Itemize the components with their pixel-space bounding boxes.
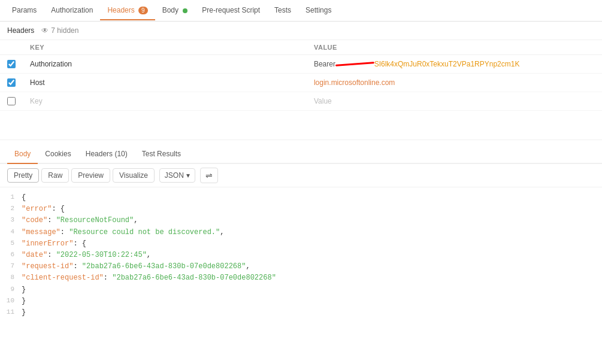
code-line: 11} xyxy=(0,307,602,318)
headers-badge: 9 xyxy=(138,7,148,14)
tab-settings[interactable]: Settings xyxy=(298,1,338,20)
wrap-button[interactable]: ⇌ xyxy=(200,168,218,183)
row-3-value[interactable]: Value xyxy=(307,92,602,111)
col-value-header: VALUE xyxy=(307,40,602,55)
row-2-checkbox[interactable] xyxy=(7,78,16,87)
line-content: } xyxy=(22,284,597,296)
code-token: "code" xyxy=(22,216,47,225)
tab-authorization[interactable]: Authorization xyxy=(44,1,100,20)
bottom-tabs-bar: Body Cookies Headers (10) Test Results xyxy=(0,145,602,164)
line-number: 2 xyxy=(5,204,22,214)
col-key-header: KEY xyxy=(23,40,307,55)
tab-body[interactable]: Body xyxy=(155,1,195,20)
code-line: 3 "code": "ResourceNotFound", xyxy=(0,215,602,226)
pretty-button[interactable]: Pretty xyxy=(7,168,39,183)
code-token: "2bab27a6-6be6-43ad-830b-07e0de802268" xyxy=(82,262,246,271)
code-token: : xyxy=(104,274,112,282)
code-token: "message" xyxy=(22,228,60,236)
row-2-check-cell xyxy=(0,74,23,92)
headers-table: KEY VALUE Authorization Bearer xyxy=(0,40,602,111)
code-token: "2022-05-30T10:22:45" xyxy=(56,251,147,259)
row-2-value: login.microsoftonline.com xyxy=(307,74,602,92)
code-toolbar: Pretty Raw Preview Visualize JSON ▾ ⇌ xyxy=(0,164,602,187)
row-3-key[interactable]: Key xyxy=(23,92,307,111)
tab-response-headers[interactable]: Headers (10) xyxy=(78,145,135,164)
visualize-button[interactable]: Visualize xyxy=(113,168,155,183)
code-token: "error" xyxy=(22,205,52,213)
code-token: "client-request-id" xyxy=(22,274,104,282)
line-number: 3 xyxy=(5,215,22,226)
code-token: : { xyxy=(52,205,65,213)
chevron-down-icon: ▾ xyxy=(186,171,190,180)
row-1-check-cell xyxy=(0,55,23,74)
code-line: 1{ xyxy=(0,192,602,204)
line-content: } xyxy=(22,296,597,307)
code-line: 6 "date": "2022-05-30T10:22:45", xyxy=(0,250,602,261)
line-number: 7 xyxy=(5,261,22,272)
top-tabs-bar: Params Authorization Headers 9 Body Pre-… xyxy=(0,0,602,22)
line-number: 10 xyxy=(5,296,22,307)
code-line: 7 "request-id": "2bab27a6-6be6-43ad-830b… xyxy=(0,261,602,272)
code-token: , xyxy=(147,251,151,259)
line-content: { xyxy=(22,192,597,204)
tab-params[interactable]: Params xyxy=(5,1,44,20)
line-content: "code": "ResourceNotFound", xyxy=(22,215,597,226)
row-1-key: Authorization xyxy=(23,55,307,74)
line-number: 9 xyxy=(5,284,22,295)
code-line: 10 } xyxy=(0,296,602,307)
raw-button[interactable]: Raw xyxy=(41,168,69,183)
code-line: 9 } xyxy=(0,284,602,296)
tab-headers[interactable]: Headers 9 xyxy=(100,1,155,20)
line-number: 11 xyxy=(5,307,22,318)
wrap-icon: ⇌ xyxy=(205,171,213,180)
code-token: : xyxy=(47,216,56,225)
code-token: : xyxy=(60,228,69,236)
row-3-check-cell xyxy=(0,92,23,111)
line-number: 1 xyxy=(5,192,22,203)
code-token: } xyxy=(22,297,26,305)
code-token: "date" xyxy=(22,251,47,259)
bottom-section: Body Cookies Headers (10) Test Results P… xyxy=(0,145,602,323)
code-token: : xyxy=(47,251,56,259)
tab-test-results[interactable]: Test Results xyxy=(135,145,188,164)
line-number: 6 xyxy=(5,250,22,260)
row-1-checkbox[interactable] xyxy=(7,60,16,68)
col-check-header xyxy=(0,40,23,55)
code-token: "2bab27a6-6be6-43ad-830b-07e0de802268" xyxy=(112,274,276,282)
code-token: : xyxy=(73,262,81,271)
code-token: "Resource could not be discovered." xyxy=(69,228,220,236)
line-content: "error": { xyxy=(22,204,597,215)
code-token: } xyxy=(22,308,26,317)
line-content: "message": "Resource could not be discov… xyxy=(22,227,597,238)
format-select[interactable]: JSON ▾ xyxy=(159,168,195,183)
table-row: Key Value xyxy=(0,92,602,111)
bearer-label: Bearer xyxy=(314,60,335,68)
code-line: 2 "error": { xyxy=(0,204,602,215)
tab-response-body[interactable]: Body xyxy=(7,145,38,164)
code-token: , xyxy=(134,216,138,225)
tab-tests[interactable]: Tests xyxy=(267,1,298,20)
preview-button[interactable]: Preview xyxy=(71,168,110,183)
code-area: 1{2 "error": {3 "code": "ResourceNotFoun… xyxy=(0,187,602,323)
code-token: "innerError" xyxy=(22,239,73,248)
token-suffix: SI6lk4xQmJuR0xTekxuT2VPa1RPYnp2cm1K xyxy=(374,60,520,68)
tab-cookies[interactable]: Cookies xyxy=(38,145,78,164)
body-dot-icon xyxy=(183,8,187,13)
code-line: 4 "message": "Resource could not be disc… xyxy=(0,227,602,238)
headers-subbar: Headers 👁 7 hidden xyxy=(0,22,602,40)
headers-title: Headers xyxy=(7,26,34,35)
line-content: "client-request-id": "2bab27a6-6be6-43ad… xyxy=(22,272,597,284)
line-content: "innerError": { xyxy=(22,238,597,250)
code-token: , xyxy=(246,262,250,271)
row-3-checkbox[interactable] xyxy=(7,97,16,105)
hidden-headers-badge[interactable]: 👁 7 hidden xyxy=(41,26,78,35)
line-content: "date": "2022-05-30T10:22:45", xyxy=(22,250,597,261)
tab-pre-request[interactable]: Pre-request Script xyxy=(195,1,267,20)
code-token: , xyxy=(220,228,224,236)
table-row: Authorization Bearer SI6lk4xQmJuR0xTekxu… xyxy=(0,55,602,74)
eye-icon: 👁 xyxy=(41,26,49,35)
code-line: 8 "client-request-id": "2bab27a6-6be6-43… xyxy=(0,272,602,284)
line-content: } xyxy=(22,307,597,318)
row-1-value: Bearer SI6lk4xQmJuR0xTekxuT2VPa1RPYnp2cm… xyxy=(307,55,602,74)
code-token: } xyxy=(22,286,26,294)
